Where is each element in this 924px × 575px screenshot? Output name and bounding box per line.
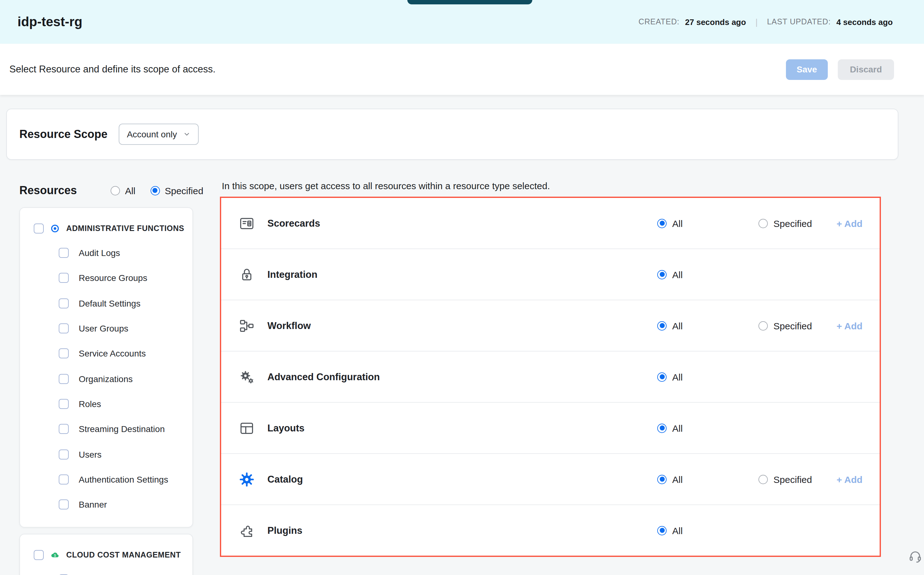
all-label: All [672,320,683,331]
all-option[interactable]: All [657,269,683,280]
resource-type-label: Layouts [268,423,304,434]
group-header: $ CLOUD COST MANAGEMENT [20,543,193,567]
list-item[interactable]: Users [20,442,193,467]
svg-text:$: $ [54,554,56,557]
checkbox[interactable] [59,349,69,359]
all-radio[interactable] [657,372,667,381]
advanced-configuration-icon [239,369,255,385]
list-item[interactable]: Service Accounts [20,341,193,366]
list-item[interactable]: User Groups [20,316,193,341]
help-widget-button[interactable] [908,549,923,564]
resource-row-workflow: Workflow All Specified + Add [221,300,879,351]
add-button[interactable]: + Add [836,218,862,229]
all-option[interactable]: All [657,372,683,382]
all-radio[interactable] [657,475,667,484]
all-option[interactable]: All [657,320,683,331]
resource-scope-dropdown[interactable]: Account only [119,124,199,145]
all-label: All [672,474,683,484]
save-button[interactable]: Save [786,59,828,79]
toolbar-description: Select Resource and define its scope of … [10,64,215,75]
list-item[interactable]: Banner [20,492,193,517]
checkbox[interactable] [59,298,69,308]
list-item[interactable]: Roles [20,391,193,417]
tree-item-label: User Groups [79,323,128,334]
all-radio-label: All [125,185,135,196]
tree-item-label: Users [79,449,102,459]
resource-row-layouts: Layouts All [221,403,879,454]
all-label: All [672,525,683,536]
specified-radio[interactable] [758,475,768,484]
updated-label: LAST UPDATED: [767,17,831,26]
all-radio[interactable] [657,219,667,228]
specified-radio[interactable] [758,219,768,228]
specified-option[interactable]: Specified [758,218,812,229]
all-radio[interactable] [111,186,120,195]
list-item[interactable]: Audit Logs [20,240,193,266]
all-radio[interactable] [657,423,667,433]
all-option[interactable]: All [657,423,683,433]
checkbox[interactable] [59,449,69,459]
chevron-down-icon [183,130,191,138]
resources-radio-specified[interactable]: Specified [150,185,203,196]
group-label: CLOUD COST MANAGEMENT [66,551,181,559]
list-item[interactable]: Recommendations [20,567,193,575]
all-radio[interactable] [657,321,667,330]
checkbox[interactable] [59,475,69,484]
list-item[interactable]: Resource Groups [20,266,193,291]
resource-scope-card: Resource Scope Account only [6,109,899,160]
resources-radio-all[interactable]: All [111,185,135,196]
checkbox[interactable] [59,424,69,434]
action-toolbar: Select Resource and define its scope of … [0,44,924,95]
list-item[interactable]: Authentication Settings [20,467,193,492]
header-meta: CREATED: 27 seconds ago | LAST UPDATED: … [639,17,893,27]
integration-lock-icon [239,266,255,283]
all-radio[interactable] [657,526,667,535]
list-item[interactable]: Default Settings [20,291,193,316]
group-header: ADMINISTRATIVE FUNCTIONS [20,217,193,240]
checkbox[interactable] [59,499,69,510]
layouts-icon [239,420,255,436]
page-title: idp-test-rg [18,14,83,29]
resource-row-plugins: Plugins All [221,505,879,556]
list-item[interactable]: Organizations [20,366,193,391]
resource-type-label: Plugins [268,525,303,536]
resource-type-label: Scorecards [268,218,320,229]
tree-item-label: Service Accounts [79,349,146,359]
resource-scope-selected-value: Account only [127,129,177,139]
all-option[interactable]: All [657,525,683,536]
all-radio[interactable] [657,270,667,279]
checkbox[interactable] [59,273,69,283]
specified-option[interactable]: Specified [758,320,812,331]
group-label: ADMINISTRATIVE FUNCTIONS [66,224,184,233]
tree-item-label: Roles [79,399,101,409]
updated-value: 4 seconds ago [836,17,893,27]
list-item[interactable]: Streaming Destination [20,416,193,442]
meta-divider: | [755,17,758,27]
checkbox[interactable] [59,248,69,258]
add-button[interactable]: + Add [836,474,862,484]
all-option[interactable]: All [657,474,683,484]
cloud-dollar-icon: $ [50,550,60,560]
specified-option[interactable]: Specified [758,474,812,484]
specified-radio[interactable] [758,321,768,330]
resources-header: Resources All Specified [19,181,203,200]
created-label: CREATED: [639,17,679,26]
checkbox[interactable] [59,323,69,334]
tree-item-label: Resource Groups [79,273,147,283]
specified-radio[interactable] [150,186,159,195]
resource-type-label: Integration [268,269,317,280]
group-checkbox[interactable] [34,224,44,233]
resource-type-label: Catalog [268,473,303,485]
toolbar-actions: Save Discard [786,59,894,79]
tree-item-label: Audit Logs [79,248,120,258]
specified-label: Specified [773,320,812,331]
resource-type-label: Workflow [268,320,311,331]
all-option[interactable]: All [657,218,683,229]
all-label: All [672,218,683,229]
tree-item-label: Default Settings [79,298,140,308]
group-checkbox[interactable] [34,550,44,560]
discard-button[interactable]: Discard [838,59,894,79]
checkbox[interactable] [59,374,69,384]
add-button[interactable]: + Add [836,320,862,331]
checkbox[interactable] [59,399,69,409]
